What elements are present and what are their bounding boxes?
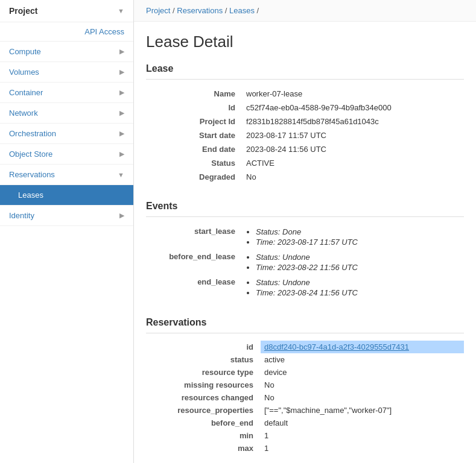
lease-field-row: Status ACTIVE bbox=[146, 156, 464, 170]
lease-field-row: Start date 2023-08-17 11:57 UTC bbox=[146, 128, 464, 142]
reservation-field-value: device bbox=[261, 366, 464, 379]
sidebar-item-container[interactable]: Container ▶ bbox=[0, 83, 133, 103]
breadcrumb: Project / Reservations / Leases / bbox=[134, 0, 476, 22]
identity-chevron-icon: ▶ bbox=[119, 212, 124, 219]
sidebar-project-header[interactable]: Project ▼ bbox=[0, 0, 133, 22]
sidebar-item-orchestration-label: Orchestration bbox=[9, 129, 56, 138]
lease-field-value: worker-07-lease bbox=[243, 87, 464, 101]
lease-field-label: Status bbox=[146, 156, 243, 170]
reservations-sub-title: Reservations bbox=[146, 312, 464, 333]
event-name: before_end_lease bbox=[146, 250, 243, 275]
reservation-field-label: before_end bbox=[146, 417, 261, 429]
event-row: start_lease Status: DoneTime: 2023-08-17… bbox=[146, 224, 464, 250]
sidebar-item-network-label: Network bbox=[9, 109, 38, 118]
reservation-field-label: missing resources bbox=[146, 379, 261, 391]
network-chevron-icon: ▶ bbox=[119, 109, 124, 117]
sidebar-item-reservations[interactable]: Reservations ▼ bbox=[0, 165, 133, 185]
reservation-field-row: resource type device bbox=[146, 366, 464, 379]
page-title: Lease Detail bbox=[134, 22, 476, 58]
lease-field-row: End date 2023-08-24 11:56 UTC bbox=[146, 142, 464, 156]
reservation-field-row: id d8cdf240-bc97-4a1d-a2f3-4029555d7431 bbox=[146, 341, 464, 353]
sidebar-item-identity[interactable]: Identity ▶ bbox=[0, 206, 133, 226]
lease-field-label: Project Id bbox=[146, 115, 243, 128]
event-details: Status: DoneTime: 2023-08-17 11:57 UTC bbox=[243, 224, 464, 250]
reservation-field-value: No bbox=[261, 391, 464, 404]
lease-field-label: Start date bbox=[146, 128, 243, 142]
lease-field-row: Id c52f74ae-eb0a-4588-9e79-4b9afb34e000 bbox=[146, 101, 464, 115]
reservation-field-value: 1 bbox=[261, 429, 464, 442]
lease-field-value: 2023-08-24 11:56 UTC bbox=[243, 142, 464, 156]
reservation-field-label: resource_properties bbox=[146, 404, 261, 417]
lease-field-label: Name bbox=[146, 87, 243, 101]
orchestration-chevron-icon: ▶ bbox=[119, 130, 124, 137]
reservation-field-value: 1 bbox=[261, 442, 464, 455]
sidebar-item-leases-label: Leases bbox=[18, 191, 43, 200]
compute-chevron-icon: ▶ bbox=[119, 48, 124, 55]
reservation-field-value: d8cdf240-bc97-4a1d-a2f3-4029555d7431 bbox=[261, 341, 464, 353]
lease-field-value: No bbox=[243, 170, 464, 184]
reservations-sub-section: Reservations id d8cdf240-bc97-4a1d-a2f3-… bbox=[146, 312, 464, 455]
lease-field-value: f2831b1828814f5db878f45a61d1043c bbox=[243, 115, 464, 128]
reservation-field-value: active bbox=[261, 353, 464, 366]
reservation-field-row: missing resources No bbox=[146, 379, 464, 391]
reservation-field-value: ["==","$machine_name","worker-07"] bbox=[261, 404, 464, 417]
sidebar-item-reservations-label: Reservations bbox=[9, 170, 55, 179]
container-chevron-icon: ▶ bbox=[119, 89, 124, 96]
event-item: Status: Done bbox=[256, 227, 460, 237]
events-section: Events start_lease Status: DoneTime: 202… bbox=[146, 196, 464, 300]
events-table: start_lease Status: DoneTime: 2023-08-17… bbox=[146, 224, 464, 300]
reservation-field-row: resource_properties ["==","$machine_name… bbox=[146, 404, 464, 417]
lease-field-label: Degraded bbox=[146, 170, 243, 184]
reservation-field-row: resources changed No bbox=[146, 391, 464, 404]
sidebar-item-compute-label: Compute bbox=[9, 47, 41, 56]
event-item: Status: Undone bbox=[256, 277, 460, 288]
reservation-field-label: resources changed bbox=[146, 391, 261, 404]
sidebar-api-access[interactable]: API Access bbox=[0, 22, 133, 42]
lease-field-row: Degraded No bbox=[146, 170, 464, 184]
event-item: Status: Undone bbox=[256, 252, 460, 262]
lease-detail-table: Name worker-07-lease Id c52f74ae-eb0a-45… bbox=[146, 87, 464, 184]
breadcrumb-reservations[interactable]: Reservations bbox=[177, 6, 223, 15]
sidebar-project-label: Project bbox=[9, 6, 37, 16]
content-area: Lease Name worker-07-lease Id c52f74ae-e… bbox=[134, 58, 476, 463]
lease-field-row: Name worker-07-lease bbox=[146, 87, 464, 101]
sidebar-item-volumes-label: Volumes bbox=[9, 68, 39, 77]
lease-field-label: Id bbox=[146, 101, 243, 115]
reservation-field-label: status bbox=[146, 353, 261, 366]
sidebar-item-leases[interactable]: Leases bbox=[0, 185, 133, 206]
event-details: Status: UndoneTime: 2023-08-22 11:56 UTC bbox=[243, 250, 464, 275]
sidebar-item-orchestration[interactable]: Orchestration ▶ bbox=[0, 124, 133, 144]
sidebar-item-container-label: Container bbox=[9, 88, 43, 97]
event-row: before_end_lease Status: UndoneTime: 202… bbox=[146, 250, 464, 275]
event-item: Time: 2023-08-22 11:56 UTC bbox=[256, 262, 460, 272]
sidebar-item-identity-label: Identity bbox=[9, 211, 34, 220]
sidebar-item-object-store[interactable]: Object Store ▶ bbox=[0, 144, 133, 165]
event-details: Status: UndoneTime: 2023-08-24 11:56 UTC bbox=[243, 275, 464, 300]
lease-field-row: Project Id f2831b1828814f5db878f45a61d10… bbox=[146, 115, 464, 128]
object-store-chevron-icon: ▶ bbox=[119, 150, 124, 158]
project-chevron-down-icon: ▼ bbox=[118, 7, 124, 14]
reservation-field-label: id bbox=[146, 341, 261, 353]
reservation-field-row: min 1 bbox=[146, 429, 464, 442]
sidebar: Project ▼ API Access Compute ▶ Volumes ▶… bbox=[0, 0, 134, 463]
sidebar-item-network[interactable]: Network ▶ bbox=[0, 103, 133, 124]
reservation-field-value: No bbox=[261, 379, 464, 391]
main-content: Project / Reservations / Leases / Lease … bbox=[134, 0, 476, 463]
volumes-chevron-icon: ▶ bbox=[119, 68, 124, 76]
reservation-field-label: max bbox=[146, 442, 261, 455]
lease-field-value: 2023-08-17 11:57 UTC bbox=[243, 128, 464, 142]
reservations-chevron-icon: ▼ bbox=[118, 171, 124, 178]
event-item: Time: 2023-08-17 11:57 UTC bbox=[256, 237, 460, 247]
lease-section-title: Lease bbox=[146, 58, 464, 80]
event-item: Time: 2023-08-24 11:56 UTC bbox=[256, 288, 460, 298]
sidebar-item-object-store-label: Object Store bbox=[9, 150, 52, 159]
breadcrumb-leases[interactable]: Leases bbox=[229, 6, 255, 15]
reservation-field-row: before_end default bbox=[146, 417, 464, 429]
breadcrumb-project[interactable]: Project bbox=[146, 6, 170, 15]
reservation-field-label: resource type bbox=[146, 366, 261, 379]
event-name: end_lease bbox=[146, 275, 243, 300]
sidebar-item-volumes[interactable]: Volumes ▶ bbox=[0, 62, 133, 83]
reservation-field-row: max 1 bbox=[146, 442, 464, 455]
sidebar-item-compute[interactable]: Compute ▶ bbox=[0, 42, 133, 62]
lease-section: Lease Name worker-07-lease Id c52f74ae-e… bbox=[146, 58, 464, 184]
